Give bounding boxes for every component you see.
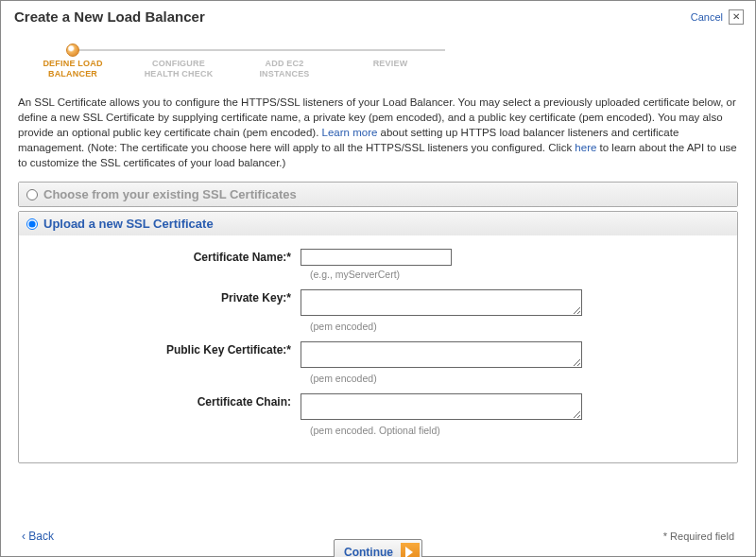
wizard-step-label: HEALTH CHECK <box>145 69 214 78</box>
radio-upload-label: Upload a new SSL Certificate <box>43 217 214 231</box>
wizard-step-configure-health-check[interactable]: CONFIGURE HEALTH CHECK <box>126 44 232 79</box>
radio-upload-cert[interactable] <box>26 218 38 230</box>
public-cert-input[interactable] <box>301 341 582 368</box>
cert-name-label: Certificate Name:* <box>38 249 301 264</box>
wizard-step-label: INSTANCES <box>259 69 309 78</box>
wizard-step-label: REVIEW <box>373 59 408 68</box>
panel-upload-cert: Upload a new SSL Certificate Certificate… <box>18 211 738 463</box>
cert-chain-hint: (pem encoded. Optional field) <box>310 425 718 436</box>
wizard-step-label: ADD EC2 <box>266 59 304 68</box>
private-key-hint: (pem encoded) <box>310 321 718 332</box>
public-cert-label: Public Key Certificate:* <box>38 341 301 357</box>
wizard-step-review[interactable]: REVIEW <box>337 44 443 79</box>
dialog-header: Create a New Load Balancer Cancel ✕ <box>1 1 755 28</box>
wizard-step-add-ec2-instances[interactable]: ADD EC2 INSTANCES <box>232 44 337 79</box>
cancel-link[interactable]: Cancel <box>691 11 723 23</box>
footer: Back * Required field Continue <box>1 530 755 543</box>
panel-header-upload[interactable]: Upload a new SSL Certificate <box>19 212 737 235</box>
continue-arrow-icon <box>401 543 420 557</box>
wizard-step-label: BALANCER <box>48 69 97 78</box>
dialog: Create a New Load Balancer Cancel ✕ DEFI… <box>0 0 756 557</box>
close-icon[interactable]: ✕ <box>729 9 744 25</box>
wizard-step-label: CONFIGURE <box>152 59 205 68</box>
panel-existing-cert: Choose from your existing SSL Certificat… <box>18 182 738 207</box>
dialog-title: Create a New Load Balancer <box>14 9 205 25</box>
continue-button[interactable]: Continue <box>334 539 422 557</box>
wizard-step-marker <box>66 44 79 57</box>
back-link[interactable]: Back <box>22 530 54 543</box>
cert-name-hint: (e.g., myServerCert) <box>310 269 718 280</box>
radio-existing-label: Choose from your existing SSL Certificat… <box>43 187 297 201</box>
continue-button-label: Continue <box>344 546 393 557</box>
required-field-note: * Required field <box>663 531 734 542</box>
api-here-link[interactable]: here <box>575 142 596 153</box>
wizard-steps: DEFINE LOAD BALANCER CONFIGURE HEALTH CH… <box>20 44 736 79</box>
radio-existing-cert[interactable] <box>26 189 38 200</box>
private-key-label: Private Key:* <box>38 289 301 305</box>
description-text: An SSL Certificate allows you to configu… <box>18 95 738 170</box>
private-key-input[interactable] <box>301 289 582 316</box>
cert-name-input[interactable] <box>301 249 452 266</box>
wizard-step-label: DEFINE LOAD <box>43 59 102 68</box>
public-cert-hint: (pem encoded) <box>310 373 718 384</box>
cert-chain-label: Certificate Chain: <box>38 393 301 409</box>
learn-more-link[interactable]: Learn more <box>322 127 378 138</box>
panel-header-existing[interactable]: Choose from your existing SSL Certificat… <box>19 183 737 206</box>
wizard-step-define-load-balancer[interactable]: DEFINE LOAD BALANCER <box>20 44 126 79</box>
cert-chain-input[interactable] <box>301 393 582 420</box>
